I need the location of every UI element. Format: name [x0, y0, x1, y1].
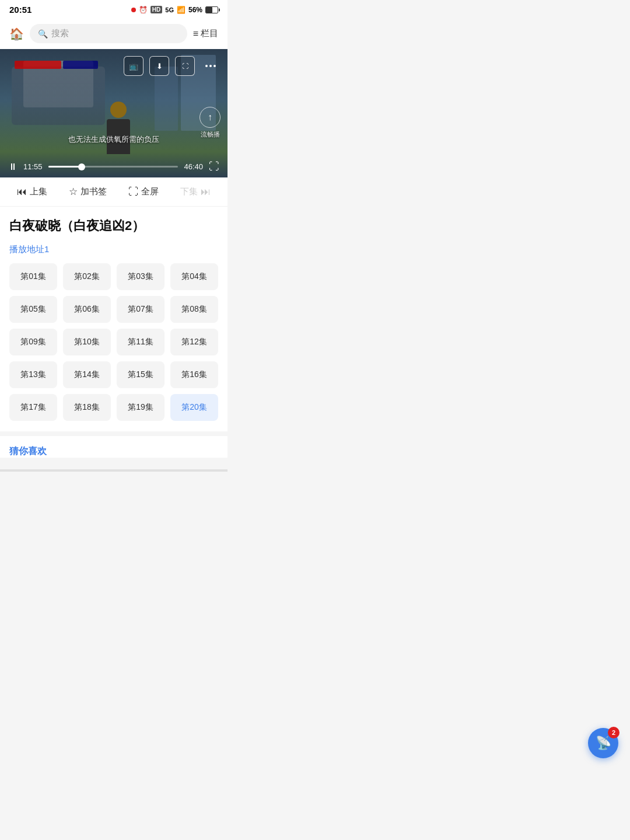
episode-button-3[interactable]: 第03集: [117, 263, 164, 290]
next-episode-button[interactable]: 下集 ⏭: [180, 186, 211, 198]
network-icon: 5G: [165, 6, 174, 13]
episode-button-1[interactable]: 第01集: [9, 263, 57, 290]
content-area: 白夜破晓（白夜追凶2） 播放地址1 第01集第02集第03集第04集第05集第0…: [0, 207, 228, 431]
prev-label: 上集: [30, 186, 47, 197]
stream-icon: ↑: [200, 107, 220, 128]
status-bar: 20:51 ⏰ HD 5G 📶 56%: [0, 0, 228, 18]
status-icons: ⏰ HD 5G 📶 56%: [131, 6, 218, 14]
episode-button-14[interactable]: 第14集: [63, 361, 111, 388]
video-subtitle: 也无法生成供氧所需的负压: [68, 134, 159, 145]
battery-percent: 56%: [188, 6, 202, 14]
prev-icon: ⏮: [17, 186, 27, 198]
stream-quality[interactable]: ↑ 流畅播: [200, 107, 220, 139]
episode-button-19[interactable]: 第19集: [117, 394, 164, 421]
battery-icon: [205, 6, 218, 13]
current-time: 11:55: [23, 162, 43, 171]
picture-in-picture-button[interactable]: ⛶: [175, 56, 195, 76]
more-dots-icon: [205, 65, 216, 67]
person-silhouette: [107, 102, 130, 154]
bookmark-label: 加书签: [80, 186, 107, 197]
search-bar[interactable]: 🔍 搜索: [30, 24, 187, 43]
episode-button-18[interactable]: 第18集: [63, 394, 111, 421]
nav-bar: 🏠 🔍 搜索 ≡ 栏目: [0, 18, 228, 49]
bottom-divider: [0, 469, 228, 472]
wifi-icon: 📶: [177, 6, 186, 14]
next-label: 下集: [180, 186, 198, 197]
recommend-title: 猜你喜欢: [9, 445, 218, 458]
stream-label: 流畅播: [201, 130, 220, 139]
progress-thumb[interactable]: [78, 163, 85, 170]
video-progress-bar[interactable]: ⏸ 11:55 46:40 ⛶: [0, 156, 228, 177]
video-player[interactable]: 📺 ⬇ ⛶ ↑ 流畅播 也无法生成供氧所需的负压 ⏸ 11:55 46:40 ⛶: [0, 49, 228, 177]
status-time: 20:51: [9, 5, 32, 15]
episode-button-15[interactable]: 第15集: [117, 361, 164, 388]
tv-cast-button[interactable]: 📺: [124, 56, 144, 76]
episode-button-20[interactable]: 第20集: [170, 394, 218, 421]
episode-button-2[interactable]: 第02集: [63, 263, 111, 290]
episode-button-11[interactable]: 第11集: [117, 329, 164, 355]
download-button[interactable]: ⬇: [149, 56, 169, 76]
tv-icon: 📺: [129, 62, 138, 71]
bookmark-button[interactable]: ☆ 加书签: [69, 186, 107, 198]
episode-button-6[interactable]: 第06集: [63, 296, 111, 323]
episode-button-9[interactable]: 第09集: [9, 329, 57, 355]
source-label[interactable]: 播放地址1: [9, 244, 218, 255]
total-time: 46:40: [184, 162, 203, 171]
episode-button-13[interactable]: 第13集: [9, 361, 57, 388]
fullscreen-button[interactable]: ⛶: [209, 161, 219, 173]
episode-button-8[interactable]: 第08集: [170, 296, 218, 323]
progress-fill: [48, 166, 82, 168]
pause-button[interactable]: ⏸: [8, 162, 18, 172]
pip-icon: ⛶: [182, 62, 188, 69]
episode-button-17[interactable]: 第17集: [9, 394, 57, 421]
episode-button-5[interactable]: 第05集: [9, 296, 57, 323]
fullscreen-action-button[interactable]: ⛶ 全屏: [128, 186, 159, 198]
download-icon: ⬇: [156, 62, 163, 71]
notification-dot: [131, 8, 136, 12]
fullscreen-action-icon: ⛶: [128, 186, 138, 198]
episode-button-16[interactable]: 第16集: [170, 361, 218, 388]
episode-button-7[interactable]: 第07集: [117, 296, 164, 323]
episode-button-10[interactable]: 第10集: [63, 329, 111, 355]
hd-icon: HD: [150, 6, 162, 13]
menu-button[interactable]: ≡ 栏目: [193, 28, 218, 39]
search-placeholder: 搜索: [51, 28, 69, 39]
alarm-icon: ⏰: [139, 6, 148, 14]
recommend-section: 猜你喜欢: [0, 431, 228, 458]
show-title: 白夜破晓（白夜追凶2）: [9, 217, 218, 235]
fullscreen-label: 全屏: [141, 186, 159, 197]
episode-button-12[interactable]: 第12集: [170, 329, 218, 355]
star-icon: ☆: [69, 186, 78, 198]
home-icon[interactable]: 🏠: [9, 27, 24, 41]
search-icon: 🔍: [38, 29, 48, 39]
video-top-controls: 📺 ⬇ ⛶: [124, 56, 220, 76]
episode-button-4[interactable]: 第04集: [170, 263, 218, 290]
prev-episode-button[interactable]: ⏮ 上集: [17, 186, 47, 198]
next-icon: ⏭: [201, 186, 211, 198]
more-options-button[interactable]: [201, 56, 220, 76]
hamburger-icon: ≡: [193, 29, 198, 39]
action-bar: ⏮ 上集 ☆ 加书签 ⛶ 全屏 下集 ⏭: [0, 177, 228, 207]
episode-grid: 第01集第02集第03集第04集第05集第06集第07集第08集第09集第10集…: [9, 263, 218, 431]
seek-bar[interactable]: [48, 166, 178, 168]
menu-label: 栏目: [201, 28, 218, 39]
